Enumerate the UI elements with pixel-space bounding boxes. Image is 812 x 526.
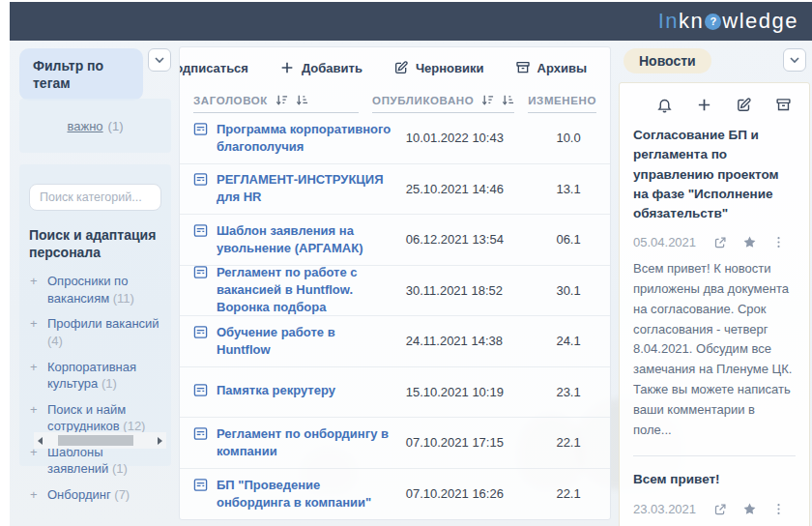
published-date: 30.11.2021 18:52 — [406, 283, 557, 298]
published-date: 07.10.2021 17:15 — [406, 435, 557, 450]
modified-date: 06.1 — [556, 232, 610, 247]
document-icon — [193, 325, 208, 343]
add-button[interactable]: Добавить — [279, 60, 362, 75]
published-date: 06.12.2021 13:54 — [406, 232, 557, 247]
modified-date: 10.0 — [556, 131, 610, 145]
news-item-title: Всем привет! — [633, 470, 796, 489]
tree-item[interactable]: +Корпоративная культура (1) — [29, 359, 161, 393]
document-title-link[interactable]: БП "Проведение онбординга в компании" — [217, 477, 392, 511]
scrollbar-thumb[interactable] — [58, 435, 133, 446]
expand-plus-icon[interactable]: + — [30, 486, 38, 504]
table-header-row: ЗАГОЛОВОК ОПУБЛИКОВАНО ИЗМЕНЕНО — [180, 88, 610, 113]
document-icon — [193, 265, 208, 283]
table-row[interactable]: Программа корпоративного благополучия 10… — [180, 113, 610, 164]
categories-panel: Поиск и адаптация персонала +Опросники п… — [19, 164, 171, 466]
scroll-right-arrow[interactable] — [158, 437, 162, 445]
news-panel-title: Новости — [624, 48, 711, 73]
modified-date: 22.1 — [556, 435, 610, 450]
published-date: 07.10.2021 16:26 — [406, 486, 557, 501]
expand-plus-icon[interactable]: + — [30, 359, 38, 376]
sort-desc-icon[interactable] — [481, 94, 494, 106]
column-modified-label: ИЗМЕНЕНО — [528, 95, 596, 106]
tree-item[interactable]: +Профили вакансий (4) — [29, 315, 161, 349]
modified-date: 22.1 — [556, 486, 610, 501]
document-title-link[interactable]: Шаблон заявления на увольнение (АРГАМАК) — [217, 222, 392, 257]
published-date: 24.11.2021 14:38 — [406, 334, 557, 348]
published-date: 10.01.2022 10:43 — [406, 131, 557, 145]
star-icon[interactable] — [742, 502, 757, 516]
drafts-button[interactable]: Черновики — [393, 60, 484, 75]
archive-box-icon[interactable] — [775, 97, 792, 113]
document-title-link[interactable]: Программа корпоративного благополучия — [217, 121, 392, 156]
table-row[interactable]: РЕГЛАМЕНТ-ИНСТРУКЦИЯ для HR 25.10.2021 1… — [180, 164, 610, 216]
edit-square-icon[interactable] — [736, 97, 752, 113]
kebab-menu-icon[interactable] — [771, 235, 786, 249]
category-search-input[interactable] — [29, 184, 161, 211]
expand-plus-icon[interactable]: + — [30, 315, 38, 333]
news-toolbar — [633, 83, 796, 126]
tree-item-count: (12) — [123, 419, 145, 433]
news-item-title: Согласование БП и регламента по управлен… — [633, 126, 796, 223]
news-item: Согласование БП и регламента по управлен… — [633, 126, 796, 440]
document-title-link[interactable]: Регламент по работе с вакансией в Huntfl… — [217, 264, 392, 317]
news-item-meta: 05.04.2021 — [633, 235, 796, 249]
tree-item[interactable]: +Шаблоны заявлений (1) — [29, 444, 161, 478]
plus-icon[interactable] — [696, 97, 712, 113]
table-row[interactable]: Обучение работе в Huntflow 24.11.2021 14… — [180, 316, 610, 367]
scroll-left-arrow[interactable] — [38, 437, 43, 445]
add-label: Добавить — [302, 61, 362, 75]
top-header-bar: Inkn?wledge — [10, 2, 812, 41]
kebab-menu-icon[interactable] — [771, 502, 786, 516]
table-row[interactable]: БП "Проведение онбординга в компании" 07… — [180, 469, 610, 520]
news-item-date: 05.04.2021 — [633, 235, 713, 249]
news-item-date: 23.03.2021 — [633, 502, 713, 516]
column-published-label: ОПУБЛИКОВАНО — [372, 95, 474, 106]
archive-box-icon — [515, 60, 531, 75]
document-icon — [193, 426, 208, 445]
tree-item-label: Шаблоны заявлений — [47, 445, 108, 477]
archives-button[interactable]: Архивы — [515, 60, 587, 75]
tree-item[interactable]: +Поиск и найм сотрудников (12) — [29, 401, 161, 435]
main-content-area: Фильтр по тегам важно (1) Поиск и адапта… — [10, 41, 812, 526]
news-collapse-button[interactable] — [783, 48, 806, 72]
document-title-link[interactable]: РЕГЛАМЕНТ-ИНСТРУКЦИЯ для HR — [217, 171, 392, 206]
document-icon — [193, 122, 208, 140]
bell-icon[interactable] — [656, 97, 673, 113]
table-row[interactable]: Регламент по работе с вакансией в Huntfl… — [180, 266, 610, 317]
scrollbar-track[interactable] — [46, 435, 154, 446]
document-icon — [193, 172, 208, 190]
document-title-link[interactable]: Обучение работе в Huntflow — [217, 324, 392, 359]
tree-item[interactable]: +Онбординг (7) — [29, 486, 161, 504]
table-row[interactable]: Регламент по онбордингу в компании 07.10… — [180, 418, 610, 469]
column-title-label: ЗАГОЛОВОК — [193, 95, 268, 106]
open-external-icon[interactable] — [713, 502, 728, 516]
app-window: Inkn?wledge Фильтр по тегам важно (1) По… — [0, 0, 812, 526]
sort-desc-icon[interactable] — [276, 94, 288, 106]
logo-text-kn: kn — [679, 9, 704, 34]
table-row[interactable]: Памятка рекрутеру 15.10.2021 10:19 23.1 — [180, 367, 610, 419]
column-header-title: ЗАГОЛОВОК — [193, 88, 359, 113]
tree-item-label: Профили вакансий — [47, 316, 160, 331]
question-mark-icon: ? — [705, 14, 721, 30]
table-row[interactable]: Шаблон заявления на увольнение (АРГАМАК)… — [180, 215, 610, 266]
filter-collapse-button[interactable] — [148, 48, 171, 72]
expand-plus-icon[interactable]: + — [30, 273, 38, 290]
divider — [633, 455, 796, 456]
tree-item-count: (7) — [114, 487, 130, 502]
document-title-link[interactable]: Регламент по онбордингу в компании — [217, 425, 392, 460]
news-item: Всем привет! 23.03.2021 Запускаем на сог… — [633, 470, 796, 526]
tree-item[interactable]: +Опросники по вакансиям (11) — [29, 273, 161, 307]
document-title-link[interactable]: Памятка рекрутеру — [217, 382, 335, 399]
star-icon[interactable] — [742, 235, 757, 249]
sort-asc-icon[interactable] — [502, 94, 514, 106]
expand-plus-icon[interactable]: + — [30, 401, 38, 419]
tag-link-important[interactable]: важно — [68, 119, 103, 133]
modified-date: 30.1 — [556, 283, 610, 298]
horizontal-scrollbar[interactable] — [34, 432, 166, 449]
news-item-body: Всем привет! К новости приложены два док… — [633, 259, 796, 440]
modified-date: 23.1 — [556, 385, 610, 399]
sort-asc-icon[interactable] — [296, 94, 308, 106]
subscribe-button[interactable]: Подписаться — [179, 60, 248, 75]
open-external-icon[interactable] — [713, 235, 728, 249]
column-header-modified: ИЗМЕНЕНО — [528, 88, 596, 113]
